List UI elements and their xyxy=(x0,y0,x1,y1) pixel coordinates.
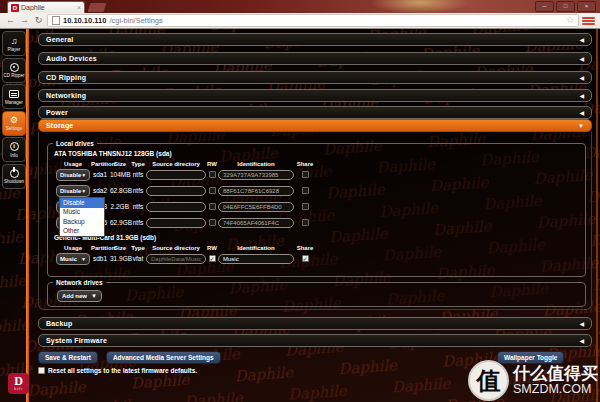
share-checkbox[interactable] xyxy=(302,171,309,178)
source-directory-input[interactable] xyxy=(146,202,206,212)
source-directory-input[interactable] xyxy=(146,170,206,180)
smzdm-logo: 值 xyxy=(468,360,509,401)
size-cell: 62.9GB xyxy=(110,219,130,226)
browser-toolbar: ← → ↻ 10.10.10.110 /cgi-bin/Settings ☆ xyxy=(0,13,600,29)
bookmark-star-icon[interactable]: ☆ xyxy=(566,16,574,25)
type-cell: ntfs xyxy=(131,171,145,178)
add-new-label: Add new xyxy=(62,293,87,299)
section-general[interactable]: General ◀ xyxy=(38,33,592,46)
rw-checkbox[interactable] xyxy=(209,187,216,194)
col-type: Type xyxy=(131,245,145,251)
sidebar-item-manager[interactable]: Manager xyxy=(2,84,26,109)
orange-frame-left xyxy=(26,29,29,402)
rw-checkbox[interactable] xyxy=(209,203,216,210)
local-drives-legend: Local drives xyxy=(53,140,97,147)
add-new-dropdown[interactable]: Add new ▼ xyxy=(57,290,102,302)
usage-dropdown[interactable]: Disable ▼ xyxy=(56,169,90,181)
chevron-left-icon: ◀ xyxy=(579,321,584,327)
share-checkbox[interactable] xyxy=(302,219,309,226)
source-directory-input[interactable] xyxy=(146,254,206,264)
sidebar-item-settings[interactable]: ⚙ Settings xyxy=(2,111,26,136)
share-checkbox[interactable] xyxy=(302,187,309,194)
save-restart-button[interactable]: Save & Restart xyxy=(38,351,98,364)
sidebar-item-player[interactable]: ♫ Player xyxy=(2,31,26,56)
col-identification: Identification xyxy=(218,245,294,251)
col-size: Size xyxy=(110,245,130,251)
type-cell: vfat xyxy=(131,255,145,262)
settings-content: General ◀ Audio Devices ◀ CD Ripping ◀ N… xyxy=(38,29,592,402)
network-drives-fieldset: Network drives Add new ▼ xyxy=(47,282,586,307)
sidebar-item-cd-ripper[interactable]: CD Ripper xyxy=(2,58,26,83)
identification-input[interactable] xyxy=(218,254,294,264)
col-type: Type xyxy=(131,161,145,167)
section-cd-ripping[interactable]: CD Ripping ◀ xyxy=(38,71,592,84)
storage-box-icon xyxy=(9,89,19,99)
address-bar[interactable]: 10.10.10.110 /cgi-bin/Settings ☆ xyxy=(47,14,579,27)
sidebar-item-shutdown[interactable]: Shutdown xyxy=(2,164,26,189)
share-checkbox[interactable]: ✓ xyxy=(302,255,309,262)
identification-input[interactable] xyxy=(218,170,294,180)
section-label: Storage xyxy=(46,122,73,129)
menu-item-backup[interactable]: Backup xyxy=(60,217,104,227)
identification-input[interactable] xyxy=(218,186,294,196)
col-partition: Partition xyxy=(91,161,109,167)
rw-checkbox[interactable] xyxy=(209,171,216,178)
col-usage: Usage xyxy=(56,161,90,167)
section-label: General xyxy=(46,36,73,43)
drive-table-header: Usage Partition Size Type Source directo… xyxy=(56,159,585,168)
section-backup[interactable]: Backup ◀ xyxy=(38,317,592,330)
close-icon[interactable]: × xyxy=(577,1,596,12)
section-audio-devices[interactable]: Audio Devices ◀ xyxy=(38,52,592,65)
rw-checkbox[interactable] xyxy=(209,219,216,226)
gears-icon: ⚙ xyxy=(10,115,18,125)
partition-cell: sdb1 xyxy=(91,255,109,262)
url-domain: 10.10.10.110 xyxy=(63,16,106,25)
col-source: Source directory xyxy=(146,245,206,251)
col-usage: Usage xyxy=(56,245,90,251)
back-icon[interactable]: ← xyxy=(5,15,16,26)
usage-dropdown[interactable]: Disable ▼ xyxy=(56,185,90,197)
source-directory-input[interactable] xyxy=(146,186,206,196)
identification-input[interactable] xyxy=(218,202,294,212)
col-partition: Partition xyxy=(91,245,109,251)
chevron-left-icon: ◀ xyxy=(579,37,584,43)
section-label: Power xyxy=(46,109,68,116)
menu-item-disable[interactable]: Disable xyxy=(60,198,104,208)
chevron-down-icon: ▼ xyxy=(81,172,86,178)
forward-icon[interactable]: → xyxy=(19,15,30,26)
share-checkbox[interactable] xyxy=(302,203,309,210)
menu-item-other[interactable]: Other xyxy=(60,227,104,237)
rw-checkbox[interactable]: ✓ xyxy=(209,255,216,262)
storage-panel: Local drives ATA TOSHIBA THNSNJ12 128GB … xyxy=(38,132,592,310)
advanced-media-server-settings-button[interactable]: Advanced Media Server Settings xyxy=(106,351,221,364)
tab-close-icon[interactable]: × xyxy=(77,4,81,11)
partition-cell: sda2 xyxy=(91,187,109,194)
window-controls: ─ □ × xyxy=(535,1,596,12)
section-storage[interactable]: Storage ▼ xyxy=(38,119,592,132)
minimize-icon[interactable]: ─ xyxy=(535,1,554,12)
sidebar-item-info[interactable]: i Info xyxy=(2,137,26,162)
reload-icon[interactable]: ↻ xyxy=(33,15,44,26)
identification-input[interactable] xyxy=(218,218,294,228)
usage-dropdown[interactable]: Music ▼ xyxy=(56,253,90,265)
usage-value: Disable xyxy=(60,172,81,178)
daphile-favicon: D xyxy=(11,4,19,12)
browser-menu-icon[interactable] xyxy=(582,15,595,26)
daphile-logo-letter: D xyxy=(14,376,23,387)
maximize-icon[interactable]: □ xyxy=(556,1,575,12)
source-directory-input[interactable] xyxy=(146,218,206,228)
section-label: CD Ripping xyxy=(46,74,86,81)
sidebar-item-label: Manager xyxy=(5,100,23,105)
section-system-firmware[interactable]: System Firmware ◀ xyxy=(38,334,592,347)
section-networking[interactable]: Networking ◀ xyxy=(38,89,592,102)
usage-value: Music xyxy=(60,256,77,262)
section-label: System Firmware xyxy=(46,337,107,344)
table-row-sda5: Disable ▼ sda5 62.9GB ntfs xyxy=(56,216,585,229)
section-power[interactable]: Power ◀ xyxy=(38,106,592,119)
menu-item-music[interactable]: Music xyxy=(60,208,104,218)
browser-tab[interactable]: D Daphile × xyxy=(7,1,85,13)
col-source: Source directory xyxy=(146,161,206,167)
reset-checkbox[interactable] xyxy=(38,367,45,374)
new-tab-button[interactable] xyxy=(88,3,107,12)
drive-title-sda: ATA TOSHIBA THNSNJ12 128GB (sda) xyxy=(54,150,585,157)
